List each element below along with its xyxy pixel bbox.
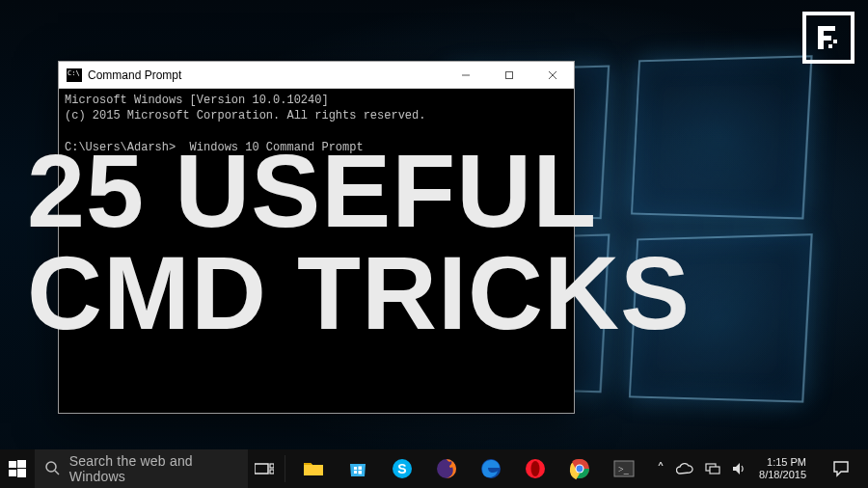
svg-rect-17 [270,470,274,474]
svg-rect-1 [505,71,512,78]
volume-icon[interactable] [732,462,747,475]
action-center-button[interactable] [822,449,860,488]
svg-rect-15 [255,464,268,474]
app-skype[interactable]: S [381,449,423,488]
svg-rect-9 [9,461,16,468]
svg-point-30 [577,466,583,473]
clock[interactable]: 1:15 PM 8/18/2015 [759,456,810,480]
headline-line2: CMD TRICKS [27,242,691,344]
svg-rect-10 [17,460,26,468]
svg-text:>_: >_ [618,464,630,474]
svg-rect-18 [354,467,357,470]
network-icon[interactable] [705,462,720,475]
search-icon [44,460,60,478]
app-file-explorer[interactable] [292,449,335,488]
titlebar[interactable]: Command Prompt [59,62,574,89]
app-firefox[interactable] [425,449,468,488]
clock-time: 1:15 PM [759,456,806,469]
app-terminal[interactable]: >_ [603,449,645,488]
svg-line-14 [55,471,59,474]
app-chrome[interactable] [558,449,601,488]
svg-text:S: S [397,461,406,476]
svg-rect-8 [828,44,832,48]
minimize-button[interactable] [444,62,487,89]
svg-rect-20 [354,471,357,474]
svg-rect-19 [359,467,363,471]
show-hidden-icons[interactable]: ˄ [657,460,665,478]
terminal-line: (c) 2015 Microsoft Corporation. All righ… [65,109,425,122]
svg-rect-6 [818,36,831,41]
svg-rect-21 [359,471,363,474]
clock-date: 8/18/2015 [759,469,806,481]
system-tray: ˄ 1:15 PM 8/18/2015 [649,449,868,488]
app-opera[interactable] [514,449,556,488]
maximize-button[interactable] [487,62,530,89]
svg-rect-34 [710,467,719,474]
taskbar: Search the web and Windows S [0,449,868,488]
task-view-button[interactable] [248,449,283,488]
start-button[interactable] [0,449,35,488]
svg-rect-7 [833,40,837,43]
svg-rect-16 [270,464,274,468]
close-button[interactable] [530,62,574,89]
headline-text: 25 USEFUL CMD TRICKS [27,140,691,344]
terminal-line: Microsoft Windows [Version 10.0.10240] [65,94,329,107]
taskbar-apps: S >_ [288,449,649,488]
svg-rect-11 [9,470,16,476]
watermark-logo [802,12,854,64]
window-title: Command Prompt [88,68,181,82]
svg-point-13 [46,462,56,472]
divider [285,455,285,482]
svg-point-27 [531,461,540,476]
onedrive-icon[interactable] [676,463,693,474]
search-box[interactable]: Search the web and Windows [35,449,248,488]
app-edge[interactable] [470,449,512,488]
svg-rect-12 [17,469,26,477]
search-placeholder: Search the web and Windows [69,453,238,484]
app-windows-store[interactable] [337,449,379,488]
cmd-icon [67,68,82,82]
headline-line1: 25 USEFUL [27,140,691,242]
